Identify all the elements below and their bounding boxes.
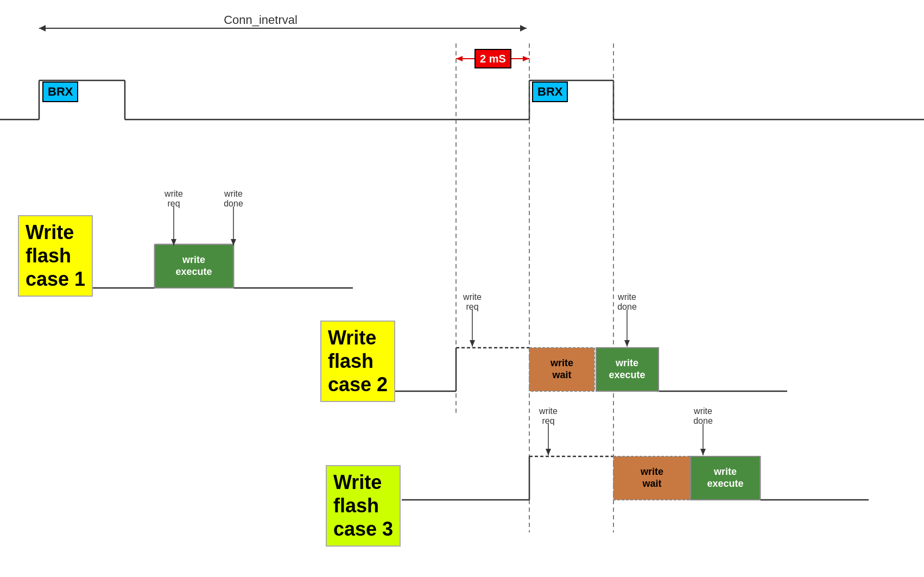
svg-text:req: req [167,199,180,208]
svg-text:write: write [463,292,482,302]
svg-marker-2 [520,25,527,32]
svg-text:write: write [693,406,712,416]
svg-text:write: write [640,466,663,477]
svg-text:write: write [164,189,183,198]
svg-text:done: done [617,302,637,311]
svg-text:execute: execute [609,369,645,380]
svg-text:req: req [466,302,478,311]
svg-text:req: req [542,416,554,425]
svg-text:done: done [224,199,243,208]
svg-text:write: write [539,406,558,416]
svg-text:write: write [182,254,205,265]
brx-label-left: BRX [42,81,78,102]
svg-marker-53 [546,449,551,455]
svg-marker-1 [39,25,46,32]
svg-text:write: write [615,358,638,368]
svg-text:write: write [550,358,573,368]
svg-text:write: write [617,292,636,302]
2ms-label: 2 mS [474,49,511,68]
svg-text:execute: execute [707,478,743,489]
brx-label-right: BRX [532,81,568,102]
svg-text:wait: wait [552,369,571,380]
svg-text:write: write [224,189,243,198]
svg-text:done: done [693,416,713,425]
svg-marker-72 [523,56,529,61]
svg-marker-49 [624,340,630,347]
svg-text:wait: wait [642,478,661,489]
svg-marker-45 [470,340,475,347]
svg-text:Conn_inetrval: Conn_inetrval [224,13,298,27]
write-flash-case1-label: Write flash case 1 [18,215,93,297]
write-flash-case2-label: Write flash case 2 [320,321,395,402]
svg-text:write: write [713,466,737,477]
svg-marker-71 [456,56,463,61]
svg-marker-57 [700,449,706,455]
write-flash-case3-label: Write flash case 3 [326,465,401,547]
svg-text:execute: execute [175,266,212,277]
